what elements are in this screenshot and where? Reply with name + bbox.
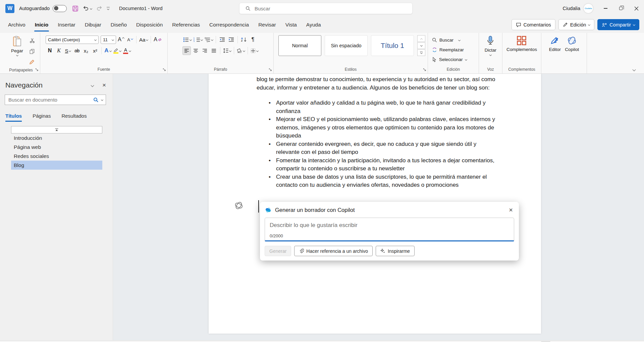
- nav-tab-paginas[interactable]: Páginas: [33, 113, 51, 122]
- save-icon[interactable]: [72, 5, 78, 12]
- copilot-prompt-input[interactable]: Describir lo que le gustaría escribir 0/…: [265, 218, 514, 241]
- nav-heading-blog[interactable]: Blog: [11, 161, 102, 170]
- shrink-font-button[interactable]: A: [126, 35, 134, 44]
- copilot-char-count: 0/2000: [270, 233, 509, 238]
- customize-toolbar-button[interactable]: [107, 7, 110, 10]
- align-left-button[interactable]: [182, 46, 191, 55]
- undo-button[interactable]: [83, 5, 92, 11]
- font-dialog-launcher[interactable]: [163, 68, 166, 71]
- share-button[interactable]: Compartir: [597, 19, 639, 30]
- superscript-button[interactable]: x²: [91, 46, 99, 55]
- italic-button[interactable]: K: [55, 46, 63, 55]
- find-button[interactable]: Buscar: [432, 36, 467, 44]
- comments-button[interactable]: Comentarios: [512, 19, 555, 30]
- search-input[interactable]: [255, 6, 382, 11]
- tab-vista[interactable]: Vista: [281, 17, 302, 33]
- line-spacing-button[interactable]: [222, 46, 232, 55]
- copilot-generate-button[interactable]: Generar: [265, 246, 291, 256]
- copilot-inspire-button[interactable]: Inspirarme: [376, 246, 415, 256]
- autosave-toggle[interactable]: [53, 5, 67, 12]
- styles-more[interactable]: [417, 49, 425, 56]
- redo-button[interactable]: [96, 5, 102, 11]
- paragraph-dialog-launcher[interactable]: [269, 68, 272, 71]
- copy-button[interactable]: [28, 47, 36, 56]
- nav-heading-pagina-web[interactable]: Página web: [11, 142, 102, 152]
- multilevel-list-button[interactable]: [204, 35, 214, 44]
- tab-insertar[interactable]: Insertar: [53, 17, 80, 33]
- navigation-menu-chevron[interactable]: [91, 83, 94, 87]
- user-name[interactable]: Ciudalia: [563, 6, 580, 11]
- styles-dialog-launcher[interactable]: [423, 68, 426, 71]
- font-name-select[interactable]: Calibri (Cuerpo): [46, 36, 99, 44]
- clear-formatting-button[interactable]: A: [153, 35, 162, 44]
- styles-scroll-up[interactable]: [417, 35, 425, 42]
- highlight-color-button[interactable]: [113, 46, 122, 55]
- shading-button[interactable]: [236, 46, 246, 55]
- subscript-button[interactable]: x₂: [82, 46, 90, 55]
- search-box[interactable]: [239, 3, 413, 14]
- styles-scroll-down[interactable]: [417, 42, 425, 49]
- paste-button[interactable]: Pegar: [8, 36, 26, 66]
- addins-button[interactable]: Complementos: [503, 35, 540, 65]
- bullets-button[interactable]: [182, 35, 192, 44]
- justify-button[interactable]: [210, 46, 218, 55]
- tab-disposicion[interactable]: Disposición: [131, 17, 167, 33]
- replace-button[interactable]: Reemplazar: [432, 46, 467, 54]
- dictate-button[interactable]: Dictar: [481, 35, 500, 65]
- text-effects-button[interactable]: A: [104, 46, 112, 55]
- tab-referencias[interactable]: Referencias: [167, 17, 205, 33]
- align-right-button[interactable]: [201, 46, 209, 55]
- strikethrough-button[interactable]: ab: [73, 46, 81, 55]
- tab-inicio[interactable]: Inicio: [30, 17, 53, 33]
- nav-heading-redes-sociales[interactable]: Redes sociales: [11, 152, 102, 161]
- group-clipboard-label: Portapapeles: [9, 68, 33, 72]
- format-painter-button[interactable]: [28, 58, 36, 66]
- font-color-button[interactable]: A: [122, 46, 131, 55]
- undo-dropdown-icon[interactable]: [90, 7, 92, 9]
- underline-button[interactable]: S: [64, 46, 72, 55]
- tab-dibujar[interactable]: Dibujar: [80, 17, 106, 33]
- style-normal[interactable]: Normal: [278, 35, 321, 56]
- editing-mode-button[interactable]: Edición: [558, 19, 595, 30]
- navigation-close-button[interactable]: ×: [102, 81, 106, 89]
- navigation-search-box[interactable]: [5, 95, 106, 105]
- nav-collapse-item[interactable]: [11, 126, 102, 133]
- grow-font-button[interactable]: A: [117, 35, 125, 44]
- change-case-button[interactable]: Aa: [139, 35, 149, 44]
- nav-heading-introduccion[interactable]: Introducción: [11, 133, 102, 142]
- tab-ayuda[interactable]: Ayuda: [302, 17, 326, 33]
- copilot-margin-icon[interactable]: [234, 201, 244, 211]
- bold-button[interactable]: N: [46, 46, 54, 55]
- increase-indent-button[interactable]: [227, 35, 235, 44]
- tab-revisar[interactable]: Revisar: [254, 17, 281, 33]
- decrease-indent-button[interactable]: [218, 35, 226, 44]
- nav-tab-resultados[interactable]: Resultados: [61, 113, 87, 122]
- cut-button[interactable]: [28, 36, 36, 45]
- minimize-button[interactable]: [598, 0, 613, 17]
- sort-button[interactable]: AZ: [240, 35, 248, 44]
- tab-diseno[interactable]: Diseño: [106, 17, 131, 33]
- navigation-search-options-chevron[interactable]: [101, 99, 103, 101]
- copilot-dialog-close-icon[interactable]: ×: [509, 206, 513, 214]
- navigation-search-icon[interactable]: [93, 97, 99, 103]
- clipboard-dialog-launcher[interactable]: [35, 68, 39, 71]
- nav-tab-titulos[interactable]: Títulos: [5, 113, 22, 122]
- style-sin-espaciado[interactable]: Sin espaciado: [325, 35, 368, 56]
- collapse-ribbon-button[interactable]: [633, 68, 636, 71]
- avatar[interactable]: Ciudalia: [584, 4, 593, 13]
- borders-button[interactable]: [250, 46, 259, 55]
- restore-button[interactable]: [613, 0, 629, 17]
- numbering-button[interactable]: 123: [193, 35, 203, 44]
- close-button[interactable]: [629, 0, 644, 17]
- font-size-select[interactable]: 11: [101, 36, 116, 44]
- tab-correspondencia[interactable]: Correspondencia: [205, 17, 254, 33]
- copilot-button[interactable]: Copilot: [564, 35, 580, 65]
- align-center-button[interactable]: [192, 46, 200, 55]
- show-paragraph-marks-button[interactable]: ¶: [249, 35, 257, 44]
- select-button[interactable]: Seleccionar: [432, 55, 467, 63]
- editor-button[interactable]: Editor: [548, 35, 562, 65]
- style-titulo-1[interactable]: Título 1: [371, 35, 414, 56]
- copilot-reference-file-button[interactable]: Hacer referencia a un archivo: [294, 246, 373, 256]
- navigation-search-input[interactable]: [8, 97, 93, 103]
- tab-archivo[interactable]: Archivo: [3, 17, 30, 33]
